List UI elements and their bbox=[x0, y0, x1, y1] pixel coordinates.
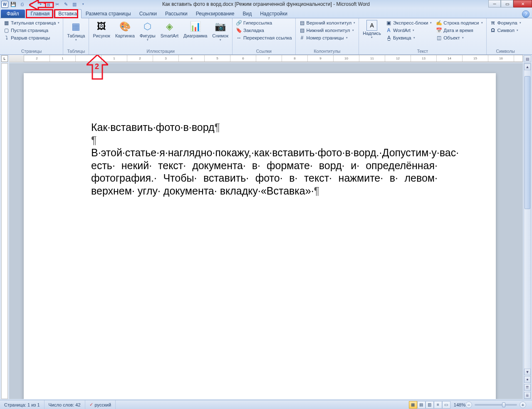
document-area: Как·вставить·фото·в·ворд¶ ¶ В·этой·стать… bbox=[9, 63, 523, 399]
print-layout-view-button[interactable]: ▦ bbox=[409, 401, 417, 409]
close-button[interactable]: ✕ bbox=[513, 0, 532, 7]
proofing-icon: ✓ bbox=[89, 402, 93, 407]
pilcrow-icon: ¶ bbox=[91, 134, 97, 146]
title-page-button[interactable]: ▦Титульная страница▾ bbox=[2, 19, 61, 26]
picture-button[interactable]: 🖼Рисунок bbox=[91, 19, 112, 39]
document-page[interactable]: Как·вставить·фото·в·ворд¶ ¶ В·этой·стать… bbox=[24, 73, 496, 399]
picture-icon: 🖼 bbox=[95, 20, 108, 33]
view-buttons: ▦ ▤ ▥ ≡ ▭ bbox=[409, 401, 450, 409]
clipart-button[interactable]: 🎨Картинка bbox=[114, 19, 136, 39]
smartart-button[interactable]: ◈SmartArt bbox=[159, 19, 180, 39]
blank-page-button[interactable]: ▢Пустая страница bbox=[2, 27, 61, 34]
web-layout-view-button[interactable]: ▥ bbox=[426, 401, 434, 409]
ribbon-tabs: Файл Главная Вставка Разметка страницы С… bbox=[0, 8, 532, 18]
group-label: Ссылки bbox=[235, 49, 293, 54]
bookmark-icon: 🔖 bbox=[236, 27, 242, 33]
datetime-button[interactable]: 📅Дата и время bbox=[435, 27, 484, 34]
group-label: Таблицы bbox=[65, 49, 87, 54]
status-page[interactable]: Страница: 1 из 1 bbox=[0, 400, 45, 409]
footer-button[interactable]: ▤Нижний колонтитул▾ bbox=[298, 27, 357, 34]
crossref-button[interactable]: ↔Перекрестная ссылка bbox=[235, 34, 293, 41]
hyperlink-button[interactable]: 🔗Гиперссылка bbox=[235, 19, 293, 26]
status-wordcount[interactable]: Число слов: 42 bbox=[45, 400, 85, 409]
smartart-icon: ◈ bbox=[163, 20, 176, 33]
zoom-out-button[interactable]: − bbox=[465, 402, 472, 408]
qat-dropdown-icon[interactable]: ▾ bbox=[79, 0, 87, 8]
status-bar: Страница: 1 из 1 Число слов: 42 ✓русский… bbox=[0, 400, 532, 409]
annotation-box bbox=[26, 9, 53, 18]
screenshot-button[interactable]: 📷Снимок▾ bbox=[210, 19, 230, 42]
window-title: Как вставить фото в ворд.docx [Режим огр… bbox=[162, 1, 370, 7]
equation-button[interactable]: πФормула▾ bbox=[489, 19, 522, 26]
object-button[interactable]: ◫Объект▾ bbox=[435, 34, 484, 41]
group-links: 🔗Гиперссылка 🔖Закладка ↔Перекрестная ссы… bbox=[233, 18, 296, 54]
page-content[interactable]: Как·вставить·фото·в·ворд¶ ¶ В·этой·стать… bbox=[24, 73, 496, 214]
zoom-knob[interactable] bbox=[502, 402, 505, 407]
tab-addins[interactable]: Надстройки bbox=[256, 10, 292, 18]
doc-title-text: Как·вставить·фото·в·ворд bbox=[91, 121, 215, 133]
group-label: Страницы bbox=[2, 49, 61, 54]
header-icon: ▤ bbox=[299, 20, 305, 26]
qat-button[interactable]: ✂ bbox=[53, 0, 61, 8]
scroll-thumb[interactable] bbox=[525, 76, 530, 209]
maximize-button[interactable]: ▭ bbox=[501, 0, 513, 7]
screenshot-icon: 📷 bbox=[214, 20, 227, 33]
save-icon[interactable]: 💾 bbox=[10, 0, 17, 8]
pilcrow-icon: ¶ bbox=[215, 121, 220, 133]
bookmark-button[interactable]: 🔖Закладка bbox=[235, 27, 293, 34]
tab-references[interactable]: Ссылки bbox=[135, 10, 161, 18]
group-tables: ▦ Таблица▾ Таблицы bbox=[63, 18, 89, 54]
scroll-up-icon[interactable]: ▲ bbox=[524, 64, 531, 70]
hyperlink-icon: 🔗 bbox=[236, 20, 242, 26]
pagenum-button[interactable]: #Номер страницы▾ bbox=[298, 34, 357, 41]
prev-page-icon[interactable]: ⇈ bbox=[524, 384, 531, 391]
zoom-in-button[interactable]: + bbox=[520, 402, 526, 408]
draft-view-button[interactable]: ▭ bbox=[442, 401, 450, 409]
tab-mailings[interactable]: Рассылки bbox=[161, 10, 192, 18]
symbol-button[interactable]: ΩСимвол▾ bbox=[489, 27, 522, 34]
qat-button[interactable]: ✎ bbox=[62, 0, 69, 8]
next-page-icon[interactable]: ⇊ bbox=[524, 392, 531, 399]
group-label: Символы bbox=[489, 49, 522, 54]
wordart-button[interactable]: AWordArt▾ bbox=[384, 27, 433, 34]
sigline-button[interactable]: ✍Строка подписи▾ bbox=[435, 19, 484, 26]
chart-button[interactable]: 📊Диаграмма bbox=[182, 19, 209, 39]
vertical-ruler[interactable] bbox=[1, 63, 8, 399]
pagenum-icon: # bbox=[299, 34, 305, 41]
header-button[interactable]: ▤Верхний колонтитул▾ bbox=[298, 19, 357, 26]
tab-view[interactable]: Вид bbox=[238, 10, 256, 18]
tab-review[interactable]: Рецензирование bbox=[192, 10, 239, 18]
group-symbols: πФормула▾ ΩСимвол▾ Символы bbox=[487, 18, 525, 54]
tab-file[interactable]: Файл bbox=[1, 10, 25, 18]
zoom-slider[interactable] bbox=[475, 404, 517, 406]
ruler-toggle[interactable]: ▤ bbox=[524, 55, 531, 62]
help-icon[interactable]: ? bbox=[522, 10, 530, 18]
textbox-button[interactable]: AНадпись▾ bbox=[361, 19, 383, 40]
table-button[interactable]: ▦ Таблица▾ bbox=[65, 19, 87, 42]
vertical-scrollbar[interactable]: ▲ ▼ ● ⇈ ⇊ bbox=[524, 63, 531, 399]
zoom-level[interactable]: 148% bbox=[454, 402, 465, 407]
browse-object-icon[interactable]: ● bbox=[524, 376, 531, 383]
page-break-icon: ⤵ bbox=[3, 34, 10, 41]
fullscreen-reading-view-button[interactable]: ▤ bbox=[417, 401, 426, 409]
page-break-button[interactable]: ⤵Разрыв страницы bbox=[2, 34, 61, 41]
qat-button[interactable]: ⎙ bbox=[18, 0, 26, 8]
tab-page-layout[interactable]: Разметка страницы bbox=[82, 10, 135, 18]
dropcap-button[interactable]: A̲Буквица▾ bbox=[384, 34, 433, 41]
scroll-down-icon[interactable]: ▼ bbox=[524, 369, 531, 375]
qat-button[interactable]: ▥ bbox=[71, 0, 78, 8]
minimize-button[interactable]: ─ bbox=[488, 0, 501, 7]
title-page-icon: ▦ bbox=[3, 20, 10, 26]
group-text: AНадпись▾ ▣Экспресс-блоки▾ AWordArt▾ A̲Б… bbox=[359, 18, 486, 54]
tab-selector[interactable]: L bbox=[1, 55, 8, 62]
crossref-icon: ↔ bbox=[236, 34, 242, 41]
window-controls: ─ ▭ ✕ bbox=[488, 0, 532, 7]
group-label: Колонтитулы bbox=[298, 49, 357, 54]
shapes-button[interactable]: ⬡Фигуры▾ bbox=[138, 19, 157, 42]
outline-view-button[interactable]: ≡ bbox=[434, 401, 442, 409]
svg-marker-0 bbox=[29, 0, 53, 10]
group-headerfooter: ▤Верхний колонтитул▾ ▤Нижний колонтитул▾… bbox=[296, 18, 359, 54]
quickparts-button[interactable]: ▣Экспресс-блоки▾ bbox=[384, 19, 433, 26]
group-illustrations: 🖼Рисунок 🎨Картинка ⬡Фигуры▾ ◈SmartArt 📊Д… bbox=[89, 18, 233, 54]
status-language[interactable]: ✓русский bbox=[85, 400, 116, 409]
